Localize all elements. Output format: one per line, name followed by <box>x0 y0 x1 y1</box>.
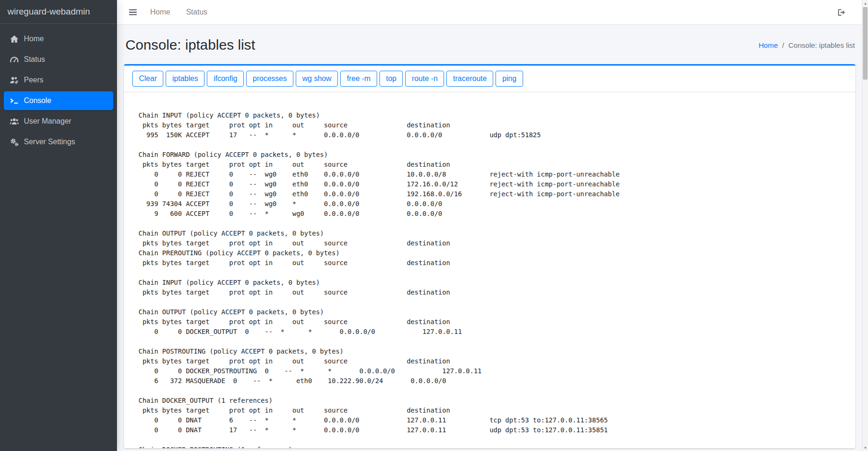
scrollbar-up-arrow[interactable]: ▲ <box>862 0 868 7</box>
main-content: Console: iptables list Home/Console: ipt… <box>117 25 862 451</box>
sidebar-item-server-settings[interactable]: Server Settings <box>4 133 113 151</box>
breadcrumb-home-link[interactable]: Home <box>759 41 778 49</box>
sidebar-item-home[interactable]: Home <box>4 30 113 48</box>
users-gear-icon <box>10 76 19 85</box>
terminal-icon <box>10 96 19 105</box>
hamburger-icon[interactable] <box>128 7 138 17</box>
sidebar-item-label: Console <box>24 96 51 105</box>
scrollbar-thumb[interactable] <box>863 7 868 80</box>
console-card: Clear iptables ifconfig processes wg sho… <box>124 64 855 448</box>
gauge-icon <box>10 55 19 64</box>
gears-icon <box>10 138 19 147</box>
breadcrumb-current: Console: iptables list <box>788 41 855 49</box>
sidebar-item-label: Status <box>24 55 45 64</box>
sidebar-item-peers[interactable]: Peers <box>4 71 113 89</box>
users-icon <box>10 117 19 126</box>
console-output-area: Chain INPUT (policy ACCEPT 0 packets, 0 … <box>124 92 855 448</box>
sidebar-item-label: Home <box>24 35 44 43</box>
page-title: Console: iptables list <box>125 37 255 53</box>
home-icon <box>10 35 19 44</box>
console-output: Chain INPUT (policy ACCEPT 0 packets, 0 … <box>139 101 846 448</box>
content-header: Console: iptables list Home/Console: ipt… <box>124 25 855 64</box>
app-window: wireguard-webadmin Home Status Peers Con… <box>0 0 868 451</box>
wg-show-button[interactable]: wg show <box>296 71 338 87</box>
sign-out-icon[interactable] <box>837 8 846 17</box>
breadcrumb-separator: / <box>782 41 784 49</box>
sidebar-item-status[interactable]: Status <box>4 50 113 69</box>
iptables-button[interactable]: iptables <box>166 71 204 87</box>
console-toolbar: Clear iptables ifconfig processes wg sho… <box>124 66 855 92</box>
sidebar-menu: Home Status Peers Console User Manager S… <box>0 24 117 151</box>
sidebar: wireguard-webadmin Home Status Peers Con… <box>0 0 117 451</box>
brand-title: wireguard-webadmin <box>0 0 117 24</box>
clear-button[interactable]: Clear <box>132 71 163 87</box>
sidebar-item-user-manager[interactable]: User Manager <box>4 112 113 131</box>
top-navbar: Home Status <box>117 0 862 25</box>
sidebar-item-console[interactable]: Console <box>4 91 113 110</box>
scrollbar-down-arrow[interactable]: ▼ <box>862 444 868 451</box>
vertical-scrollbar[interactable]: ▲ ▼ <box>862 0 868 451</box>
free-m-button[interactable]: free -m <box>340 71 377 87</box>
route-n-button[interactable]: route -n <box>405 71 444 87</box>
toolbar-button-row: Clear iptables ifconfig processes wg sho… <box>132 71 847 87</box>
navbar-link-home[interactable]: Home <box>150 8 170 16</box>
processes-button[interactable]: processes <box>246 71 293 87</box>
breadcrumb: Home/Console: iptables list <box>759 41 855 50</box>
sidebar-item-label: User Manager <box>24 117 71 126</box>
sidebar-item-label: Server Settings <box>24 138 75 146</box>
ifconfig-button[interactable]: ifconfig <box>207 71 244 87</box>
sidebar-item-label: Peers <box>24 76 44 84</box>
top-button[interactable]: top <box>379 71 403 87</box>
navbar-link-status[interactable]: Status <box>186 8 207 16</box>
traceroute-button[interactable]: traceroute <box>446 71 493 87</box>
ping-button[interactable]: ping <box>496 71 523 87</box>
